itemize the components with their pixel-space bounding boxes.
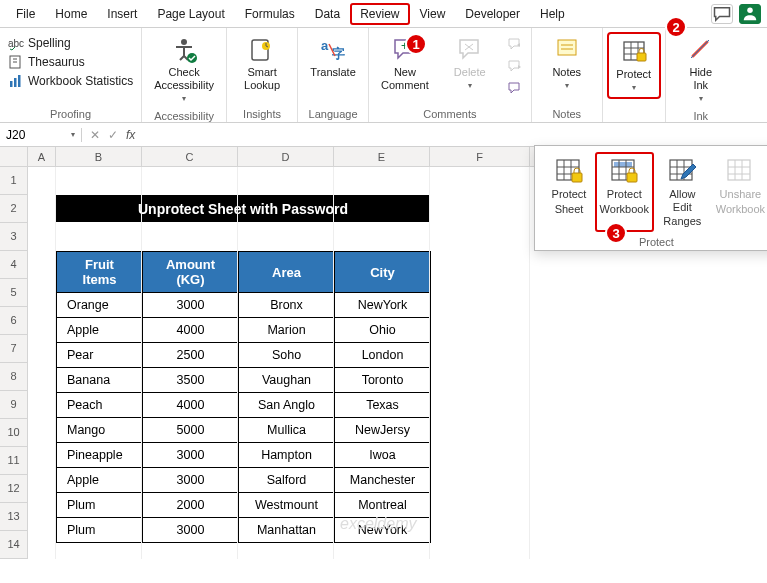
protect-sheet-button[interactable]: ProtectSheet [543,152,595,232]
svg-rect-33 [614,162,632,167]
menu-help[interactable]: Help [530,3,575,25]
protect-dropdown-button[interactable]: Protect▾ [607,32,661,99]
share-icon[interactable] [739,4,761,24]
protect-dropdown-panel: ProtectSheet ProtectWorkbook Allow EditR… [534,145,767,251]
delete-comment-button[interactable]: Delete▾ [443,32,497,95]
col-a[interactable]: A [28,147,56,166]
ribbon: abcSpelling Thesaurus Workbook Statistic… [0,28,767,123]
group-ink: Hide Ink▾ Ink [666,28,736,122]
group-insights: Smart Lookup Insights [227,28,298,122]
row-headers: 1 2 3 4 5 6 7 8 9 10 11 12 13 14 [0,167,28,559]
annotation-badge-1: 1 [405,33,427,55]
protect-workbook-button[interactable]: ProtectWorkbook [595,152,654,232]
formula-bar: J20▾ ✕ ✓ fx [0,123,767,147]
svg-point-0 [747,7,753,13]
hide-ink-button[interactable]: Hide Ink▾ [674,32,728,108]
th-amount: Amount (KG) [143,252,239,293]
col-d[interactable]: D [238,147,334,166]
watermark: exceldemy [340,515,416,533]
workbook-stats-button[interactable]: Workbook Statistics [8,73,133,89]
spelling-button[interactable]: abcSpelling [8,35,133,51]
th-area: Area [239,252,335,293]
group-language: a字 Translate Language [298,28,369,122]
table-row[interactable]: Mango5000MullicaNewJersy [57,418,431,443]
svg-rect-38 [627,173,637,182]
group-notes: Notes▾ Notes [532,28,603,122]
smart-lookup-button[interactable]: Smart Lookup [235,32,289,96]
sheet-title: Unprotect Sheet with Password [56,195,430,222]
data-table: Fruit Items Amount (KG) Area City Orange… [56,251,431,543]
col-f[interactable]: F [430,147,530,166]
annotation-badge-2: 2 [665,16,687,38]
comments-icon[interactable] [711,4,733,24]
prev-comment-icon[interactable] [507,37,523,53]
next-comment-icon[interactable] [507,59,523,75]
svg-rect-25 [637,53,646,61]
notes-button[interactable]: Notes▾ [540,32,594,95]
th-fruit: Fruit Items [57,252,143,293]
menu-developer[interactable]: Developer [455,3,530,25]
table-row[interactable]: Banana3500VaughanToronto [57,368,431,393]
translate-button[interactable]: a字 Translate [306,32,360,83]
enter-formula-icon[interactable]: ✓ [108,128,118,142]
svg-rect-7 [18,75,21,87]
table-row[interactable]: Apple3000SalfordManchester [57,468,431,493]
menu-view[interactable]: View [410,3,456,25]
select-all-corner[interactable] [0,147,28,166]
menu-data[interactable]: Data [305,3,350,25]
group-accessibility: Check Accessibility▾ Accessibility [142,28,227,122]
table-row[interactable]: Peach4000San AngloTexas [57,393,431,418]
annotation-badge-3: 3 [605,222,627,244]
svg-rect-31 [572,173,582,182]
svg-point-8 [181,39,187,45]
protect-panel-label: Protect [543,236,767,248]
menu-home[interactable]: Home [45,3,97,25]
menu-insert[interactable]: Insert [97,3,147,25]
svg-rect-6 [14,78,17,87]
name-box[interactable]: J20▾ [0,128,82,142]
unshare-workbook-button: UnshareWorkbook [711,152,767,232]
svg-rect-5 [10,81,13,87]
col-e[interactable]: E [334,147,430,166]
thesaurus-button[interactable]: Thesaurus [8,54,133,70]
group-comments: + New Comment Delete▾ Comments [369,28,532,122]
group-label-proofing: Proofing [8,106,133,120]
table-row[interactable]: Orange3000BronxNewYork [57,293,431,318]
cancel-formula-icon[interactable]: ✕ [90,128,100,142]
table-row[interactable]: Apple4000MarionOhio [57,318,431,343]
show-comments-icon[interactable] [507,81,523,97]
fx-icon[interactable]: fx [126,128,135,142]
svg-text:abc: abc [8,38,24,49]
chevron-down-icon[interactable]: ▾ [71,130,75,139]
group-proofing: abcSpelling Thesaurus Workbook Statistic… [0,28,142,122]
check-accessibility-button[interactable]: Check Accessibility▾ [150,32,218,108]
svg-rect-44 [728,160,750,180]
group-protect: Protect▾ [603,28,666,122]
col-c[interactable]: C [142,147,238,166]
table-row[interactable]: Pineapple3000HamptonIwoa [57,443,431,468]
table-row[interactable]: Plum2000WestmountMontreal [57,493,431,518]
table-row[interactable]: Pear2500SohoLondon [57,343,431,368]
menu-formulas[interactable]: Formulas [235,3,305,25]
svg-text:a: a [321,38,329,53]
svg-rect-17 [558,40,576,55]
menu-page-layout[interactable]: Page Layout [147,3,234,25]
menu-bar: File Home Insert Page Layout Formulas Da… [0,0,767,28]
th-city: City [335,252,431,293]
menu-review[interactable]: Review [350,3,409,25]
menu-file[interactable]: File [6,3,45,25]
allow-edit-ranges-button[interactable]: Allow EditRanges [654,152,712,232]
col-b[interactable]: B [56,147,142,166]
